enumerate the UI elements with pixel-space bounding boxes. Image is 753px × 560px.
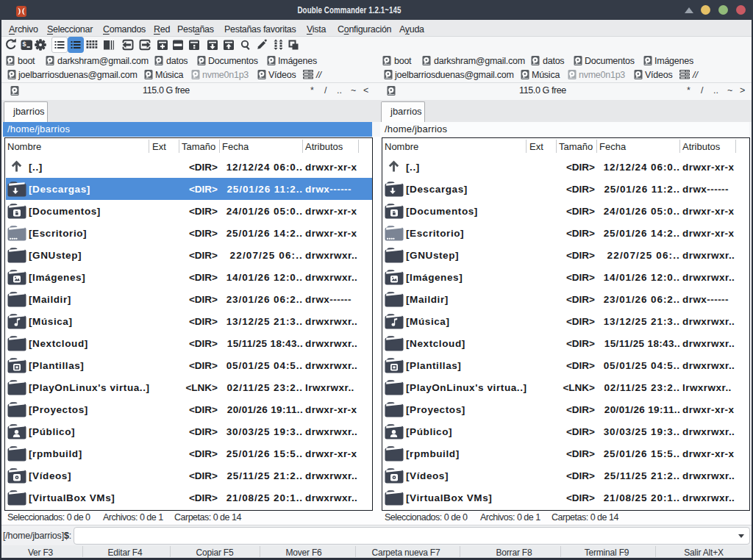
svg-text:$: $ — [23, 40, 26, 48]
